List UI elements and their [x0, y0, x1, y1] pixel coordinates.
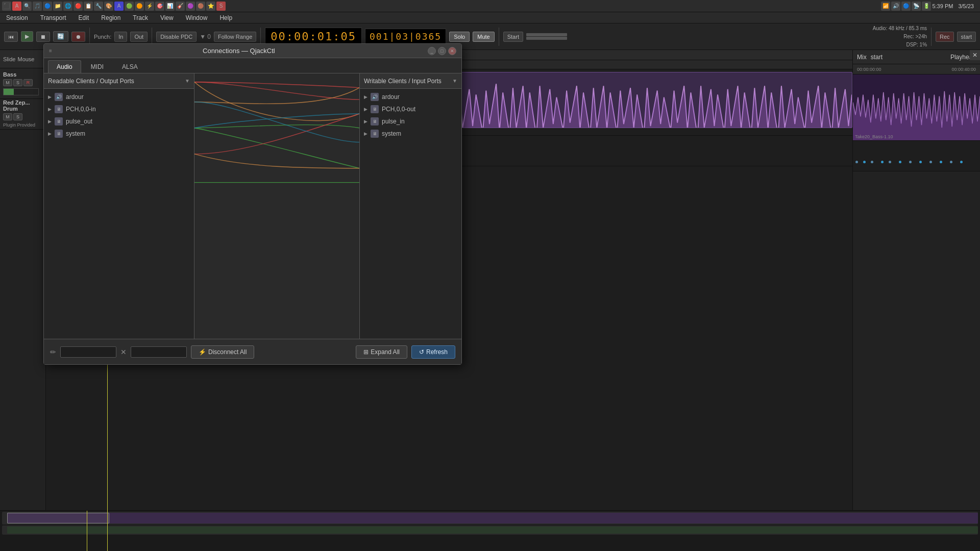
start-marker-btn[interactable]: Start [503, 32, 523, 42]
start-btn[interactable]: start [871, 54, 883, 61]
bluetooth-icon[interactable]: 🔵 [901, 2, 911, 11]
refresh-btn[interactable]: ↺ Refresh [411, 345, 455, 359]
battery-icon[interactable]: 🔋 [922, 2, 931, 11]
taskbar-icon-21[interactable]: ⭐ [206, 2, 215, 11]
drum-mute-btn[interactable]: M [3, 113, 12, 120]
network-icon[interactable]: 📶 [881, 2, 890, 11]
footer-input-2[interactable] [131, 346, 187, 358]
follow-range-btn[interactable]: Follow Range [214, 32, 256, 42]
taskbar-icon-2[interactable]: A [12, 2, 21, 11]
readable-dropdown-icon[interactable]: ▼ [185, 78, 190, 84]
menu-track[interactable]: Track [131, 13, 150, 22]
writable-port-ardour[interactable]: ▶ 🔊 ardour [360, 91, 461, 103]
readable-system-label: system [66, 130, 85, 137]
pch-expand-icon: ▶ [48, 107, 52, 112]
writable-port-pch[interactable]: ▶ 🖥 PCH,0,0-out [360, 103, 461, 115]
transport-loop[interactable]: 🔄 [53, 31, 68, 42]
right-ruler: 00:00:00:00 00:00:40:00 [853, 64, 980, 74]
writable-port-system[interactable]: ▶ 🖥 system [360, 128, 461, 140]
taskbar-icon-1[interactable]: ⬛ [2, 2, 11, 11]
readable-port-ardour[interactable]: ▶ 🔊 ardour [44, 91, 194, 103]
time-display: 00:00:01:05 [265, 28, 362, 45]
taskbar-icon-17[interactable]: 📊 [165, 2, 175, 11]
dialog-tabs: Audio MIDI ALSA [44, 58, 461, 73]
minimap-viewport[interactable] [7, 513, 109, 523]
taskbar-icon-4[interactable]: 🎵 [33, 2, 42, 11]
taskbar-icon-16[interactable]: 🎯 [155, 2, 164, 11]
dialog-title-text: Connections — QjackCtl [52, 47, 426, 55]
taskbar-icon-14[interactable]: 🟠 [135, 2, 144, 11]
taskbar-icon-7[interactable]: 🌐 [63, 2, 72, 11]
tab-alsa[interactable]: ALSA [113, 60, 146, 73]
expand-all-btn[interactable]: ⊞ Expand All [356, 345, 407, 359]
transport-play[interactable]: ▶ [21, 31, 33, 42]
writable-header-text: Writable Clients / Input Ports [364, 78, 442, 85]
dialog-close-btn[interactable]: ✕ [448, 47, 456, 55]
menu-window[interactable]: Window [184, 13, 210, 22]
readable-port-pch[interactable]: ▶ 🖥 PCH,0,0-in [44, 103, 194, 115]
taskbar-icon-9[interactable]: 📋 [84, 2, 93, 11]
start2-btn[interactable]: start [957, 32, 976, 42]
taskbar-icon-11[interactable]: 🎨 [104, 2, 113, 11]
menu-help[interactable]: Help [217, 13, 234, 22]
dialog-minimize-btn[interactable]: _ [428, 47, 436, 55]
expand-icon: ⊞ [363, 348, 369, 356]
footer-x-icon[interactable]: ✕ [120, 348, 127, 356]
disconnect-all-btn[interactable]: ⚡ Disconnect All [191, 345, 254, 359]
minimap-content-2 [7, 527, 978, 534]
disconnect-all-label: Disconnect All [208, 348, 247, 356]
rec-btn[interactable]: Rec [936, 32, 954, 42]
taskbar-icon-15[interactable]: ⚡ [145, 2, 154, 11]
punch-out-btn[interactable]: Out [130, 32, 148, 42]
menu-session[interactable]: Session [4, 13, 30, 22]
pdc-value: ▼ 0 [200, 33, 211, 40]
punch-in-btn[interactable]: In [114, 32, 127, 42]
minimap-track-2 [2, 525, 978, 535]
taskbar-icon-8[interactable]: 🔴 [74, 2, 83, 11]
readable-port-system[interactable]: ▶ 🖥 system [44, 128, 194, 140]
readable-ports-header: Readable Clients / Output Ports ▼ [44, 73, 194, 89]
footer-input-1[interactable] [60, 346, 116, 358]
readable-header-text: Readable Clients / Output Ports [48, 78, 134, 85]
transport-record[interactable]: ⏺ [71, 32, 85, 42]
taskbar-icon-13[interactable]: 🟢 [125, 2, 134, 11]
drum-solo-btn[interactable]: S [13, 113, 22, 120]
tab-audio[interactable]: Audio [48, 60, 81, 73]
writable-dropdown-icon[interactable]: ▼ [452, 78, 457, 84]
taskbar-icon-5[interactable]: 🔵 [43, 2, 52, 11]
minimap-track-1 [2, 512, 978, 524]
taskbar-icon-20[interactable]: 🟤 [196, 2, 205, 11]
tab-midi[interactable]: MIDI [82, 60, 112, 73]
taskbar-icon-3[interactable]: 🔍 [22, 2, 32, 11]
readable-port-pulse[interactable]: ▶ 🖥 pulse_out [44, 115, 194, 128]
mix-header: Mix start Playhead [853, 50, 980, 64]
ardour-expand-icon: ▶ [48, 94, 52, 99]
menu-view[interactable]: View [158, 13, 176, 22]
taskbar-icon-18[interactable]: 🎸 [176, 2, 185, 11]
transport-rewind[interactable]: ⏮ [4, 32, 18, 42]
dialog-maximize-btn[interactable]: □ [438, 47, 446, 55]
transport-stop[interactable]: ⏹ [36, 32, 50, 42]
audio-info: Audio: 48 kHz / 85.3 ms Rec: >24h DSP: 1… [873, 24, 927, 49]
taskbar-icon-19[interactable]: 🟣 [186, 2, 195, 11]
menu-transport[interactable]: Transport [38, 13, 68, 22]
track-controls-bass: M S R [3, 79, 42, 86]
taskbar-icon-6[interactable]: 📁 [53, 2, 62, 11]
wifi-icon[interactable]: 📡 [912, 2, 921, 11]
writable-port-pulse[interactable]: ▶ 🖥 pulse_in [360, 115, 461, 128]
toolbar-sep-4 [499, 28, 499, 46]
right-panel-close[interactable]: ✕ [970, 50, 980, 60]
mute-btn[interactable]: Mute [473, 32, 494, 42]
menu-edit[interactable]: Edit [77, 13, 91, 22]
taskbar-icon-12[interactable]: A [114, 2, 124, 11]
solo-btn[interactable]: Solo [449, 32, 470, 42]
volume-icon[interactable]: 🔊 [891, 2, 900, 11]
menu-region[interactable]: Region [99, 13, 122, 22]
bass-solo-btn[interactable]: S [13, 79, 22, 86]
right-bass-waveform [853, 74, 980, 140]
taskbar-icon-22[interactable]: S [216, 2, 226, 11]
bass-mute-btn[interactable]: M [3, 79, 12, 86]
taskbar-icon-10[interactable]: 🔧 [94, 2, 103, 11]
disable-pdc-btn[interactable]: Disable PDC [156, 32, 197, 42]
bass-rec-btn[interactable]: R [23, 79, 33, 86]
